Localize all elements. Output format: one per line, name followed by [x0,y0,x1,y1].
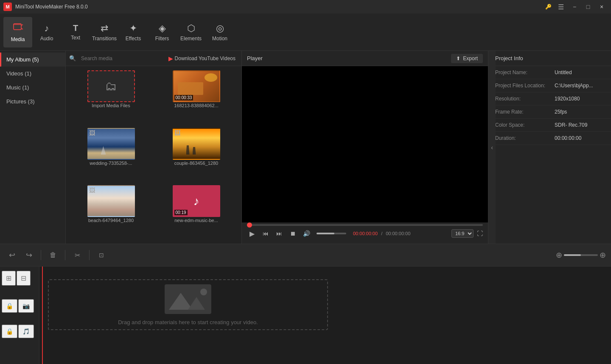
toolbar-media-label: Media [11,36,25,42]
app-body: Media ♪ Audio T Text ⇄ Transitions ✦ Eff… [0,14,611,364]
delete-button[interactable]: 🗑 [46,248,60,262]
media-thumb-wedding: 🖼 [87,128,135,160]
media-grid: 🗂 Import Media Files 00:00:33 [66,66,241,244]
audio-track-controls: 🔒 🎵 [0,322,39,341]
sidebar-item-my-album[interactable]: My Album (5) [0,53,65,67]
media-label-wedding: wedding-7335258-... [90,161,132,166]
titlebar: M MiniTool MovieMaker Free 8.0.0 🔑 ☰ − □… [0,0,611,14]
maximize-button[interactable]: □ [582,3,594,11]
minimize-button[interactable]: − [569,3,580,11]
info-row-location: Project Files Location: C:\Users\bjApp..… [488,79,611,92]
media-item-beach[interactable]: 🖼 beach-6479464_1280 [69,184,153,240]
timeline-content[interactable]: Drag and drop materials here to start cr… [39,267,611,364]
youtube-download-button[interactable]: ▶ Download YouTube Videos [166,54,238,63]
media-thumb-video1: 00:00:33 [173,70,220,102]
toolbar-item-motion[interactable]: ◎ Motion [205,17,234,47]
player-header: Player ⬆ Export [242,51,488,66]
media-item-couple[interactable]: 🖼 couple-863456_1280 [154,127,238,183]
audio-track-type-button[interactable]: 🎵 [18,325,34,338]
media-topbar: 🔍 ▶ Download YouTube Videos [66,51,241,66]
export-button[interactable]: ⬆ Export [451,54,483,63]
import-media-item[interactable]: 🗂 Import Media Files [69,69,153,125]
volume-button[interactable]: 🔊 [301,228,311,239]
info-value-location: C:\Users\bjApp... [555,83,593,89]
image-type-badge: 🖼 [89,130,95,136]
chevron-left-icon: ‹ [491,144,493,151]
video-track-type-button[interactable]: 📷 [18,299,34,313]
cut-button[interactable]: ✂ [70,248,84,262]
hamburger-menu[interactable]: ☰ [555,3,567,11]
info-label-location: Project Files Location: [495,83,555,89]
info-label-name: Project Name: [495,69,555,75]
toolbar-motion-label: Motion [212,36,227,42]
collapse-arrow[interactable]: ‹ [488,51,496,244]
info-value-resolution: 1920x1080 [555,96,580,102]
player-title: Player [247,55,263,61]
volume-slider[interactable] [317,233,346,234]
sidebar-item-pictures[interactable]: Pictures (3) [0,94,65,108]
toolbar-item-audio[interactable]: ♪ Audio [32,17,61,47]
project-info-header: Project Info [488,51,611,66]
remove-video-track-button[interactable]: ⊟ [17,271,31,286]
effects-icon: ✦ [129,23,137,34]
zoom-slider[interactable] [564,254,598,256]
sidebar-item-videos[interactable]: Videos (1) [0,67,65,81]
duration-badge-video1: 00:00:33 [174,95,193,100]
media-item-wedding[interactable]: 🖼 wedding-7335258-... [69,127,153,183]
media-icon [13,22,23,35]
info-label-resolution: Resolution: [495,96,555,102]
skip-forward-button[interactable]: ⏭ [274,228,284,239]
filters-icon: ◈ [159,23,166,34]
fullscreen-button[interactable]: ⛶ [477,230,483,237]
play-button[interactable]: ▶ [247,228,257,239]
volume-fill [317,233,334,234]
media-label-video1: 168213-838884062... [174,103,219,108]
video-track-lock-button[interactable]: 🔒 [2,299,17,313]
time-separator: / [381,231,382,236]
timeline-playhead [42,267,43,364]
toolbar-item-text[interactable]: T Text [61,17,90,47]
redo-button[interactable]: ↪ [22,248,36,262]
crop-button[interactable]: ⊡ [95,248,108,262]
add-video-track-button[interactable]: ⊞ [2,271,16,286]
progress-bar[interactable] [247,224,483,226]
toolbar-item-filters[interactable]: ◈ Filters [148,17,177,47]
media-thumb-music: ♪ 00:19 [173,185,220,217]
sidebar: My Album (5) Videos (1) Music (1) Pictur… [0,51,66,244]
toolbar-item-effects[interactable]: ✦ Effects [119,17,148,47]
info-value-colorspace: SDR- Rec.709 [555,122,587,128]
media-thumb-couple: 🖼 [173,128,220,160]
sidebar-item-music[interactable]: Music (1) [0,81,65,94]
skip-back-button[interactable]: ⏮ [261,228,271,239]
aspect-ratio-select[interactable]: 16:9 4:3 1:1 9:16 [451,229,474,238]
zoom-slider-fill [564,254,581,256]
toolbar-item-media[interactable]: Media [3,17,32,47]
toolbar-item-transitions[interactable]: ⇄ Transitions [90,17,119,47]
image-type-badge2: 🖼 [174,130,180,136]
elements-icon: ⬡ [187,23,195,34]
toolbar-item-elements[interactable]: ⬡ Elements [177,17,205,47]
video-track-controls: 🔒 📷 [0,297,39,315]
info-row-framerate: Frame Rate: 25fps [488,106,611,119]
project-info-panel: Project Info Project Name: Untitled Proj… [488,51,611,244]
player-viewport[interactable] [242,66,488,222]
svg-rect-1 [14,24,21,25]
mountain-shape-2 [188,297,205,310]
media-item-music[interactable]: ♪ 00:19 new-edm-music-be... [154,184,238,240]
titlebar-controls: ☰ − □ × [555,3,608,11]
info-row-duration: Duration: 00:00:00:00 [488,132,611,145]
timeline-drop-zone[interactable]: Drag and drop materials here to start cr… [48,279,328,330]
search-input[interactable] [79,55,163,62]
progress-thumb [247,222,252,228]
pin-icon[interactable]: 🔑 [545,4,552,10]
import-label: Import Media Files [92,103,130,108]
media-label-music: new-edm-music-be... [174,218,218,223]
undo-button[interactable]: ↩ [5,248,19,262]
time-current: 00:00:00:00 [353,231,378,236]
media-item-video1[interactable]: 00:00:33 168213-838884062... [154,69,238,125]
app-title: MiniTool MovieMaker Free 8.0.0 [15,4,545,10]
zoom-in-icon: ⊕ [556,250,562,260]
audio-track-lock-button[interactable]: 🔒 [2,325,17,338]
close-button[interactable]: × [596,3,608,11]
stop-button[interactable]: ⏹ [288,228,298,239]
